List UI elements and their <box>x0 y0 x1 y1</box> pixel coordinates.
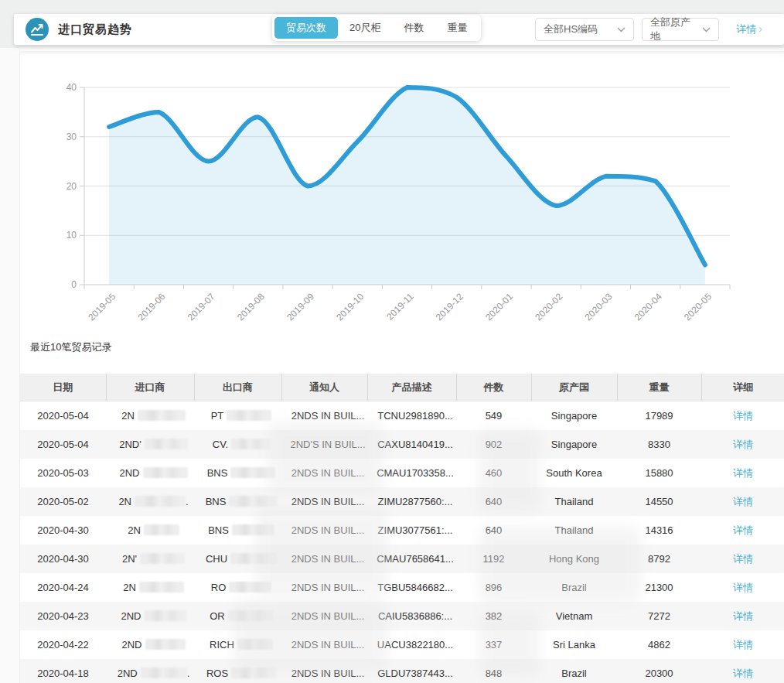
tab-pieces[interactable]: 件数 <box>392 17 435 39</box>
cell-exporter: ROS <box>194 659 281 683</box>
cell-detail: 详情 <box>701 401 784 431</box>
cell-date: 2020-04-18 <box>20 659 106 683</box>
cell-product-description: ZIMU3077561:... <box>367 516 456 545</box>
row-detail-link[interactable]: 详情 <box>733 496 753 507</box>
cell-detail: 详情 <box>701 545 784 573</box>
column-header: 原产国 <box>531 374 617 401</box>
cell-importer: 2ND <box>106 602 194 630</box>
table-row: 2020-04-302NBNS2NDS IN BUIL...ZIMU307756… <box>20 516 784 545</box>
cell-weight: 14550 <box>617 487 701 516</box>
cell-origin-country: Hong Kong <box>531 545 617 573</box>
censored-text <box>228 610 273 621</box>
row-detail-link[interactable]: 详情 <box>733 553 753 565</box>
cell-weight: 7272 <box>617 602 701 630</box>
cell-importer: 2N' <box>106 545 194 573</box>
cell-importer: 2N. <box>106 487 194 516</box>
table-header-row: 日期进口商出口商通知人产品描述件数原产国重量详细 <box>20 374 784 401</box>
row-detail-link[interactable]: 详情 <box>733 582 753 593</box>
cell-date: 2020-04-24 <box>20 573 106 602</box>
table-row: 2020-04-302N'CHU2NDS IN BUIL...CMAU76586… <box>20 545 784 573</box>
cell-importer: 2ND' <box>106 430 194 459</box>
censored-text <box>145 439 188 449</box>
censored-text <box>232 524 274 535</box>
row-detail-link[interactable]: 详情 <box>733 467 753 479</box>
cell-pieces: 549 <box>456 401 531 431</box>
cell-date: 2020-05-04 <box>20 430 106 459</box>
censored-text <box>138 410 186 421</box>
cell-origin-country: South Korea <box>531 459 617 487</box>
cell-importer: 2ND <box>106 459 194 487</box>
cell-pieces: 848 <box>456 659 531 683</box>
trend-area-chart[interactable]: 0102030402019-052019-062019-072019-08201… <box>20 51 784 330</box>
chevron-down-icon <box>696 27 711 32</box>
cell-origin-country: Thailand <box>531 516 617 545</box>
cell-date: 2020-04-23 <box>20 602 106 630</box>
cell-notify-party: 2NDS IN BUIL... <box>281 602 367 630</box>
y-axis-label: 20 <box>66 181 77 192</box>
cell-detail: 详情 <box>701 516 784 545</box>
cell-origin-country: Singapore <box>531 430 617 459</box>
cell-date: 2020-05-03 <box>20 459 106 487</box>
column-header: 件数 <box>456 374 531 401</box>
cell-origin-country: Brazil <box>531 573 617 602</box>
title-block: 进口贸易趋势 <box>26 18 132 41</box>
censored-text <box>227 410 271 421</box>
censored-text <box>231 668 276 678</box>
cell-exporter: OR <box>194 602 281 630</box>
cell-notify-party: 2NDS IN BUIL... <box>281 573 367 602</box>
cell-importer: 2N <box>106 516 194 545</box>
cell-detail: 详情 <box>701 573 784 602</box>
trade-records-table: 日期进口商出口商通知人产品描述件数原产国重量详细 2020-05-042NPT2… <box>20 374 784 683</box>
cell-exporter: BNS <box>194 516 281 545</box>
x-axis-label: 2019-09 <box>285 291 316 323</box>
cell-pieces: 902 <box>456 430 531 459</box>
x-axis-label: 2020-05 <box>682 291 714 323</box>
table-row: 2020-05-042ND'CV.2ND'S IN BUIL...CAXU814… <box>20 430 784 459</box>
cell-pieces: 337 <box>456 630 531 659</box>
cell-detail: 详情 <box>701 602 784 630</box>
tab-trade-count[interactable]: 贸易次数 <box>274 17 338 39</box>
recent-trades-title: 最近10笔贸易记录 <box>30 340 784 356</box>
cell-product-description: ZIMU2877560:... <box>367 487 456 516</box>
origin-select[interactable]: 全部原产地 <box>642 18 719 41</box>
censored-text <box>143 467 188 478</box>
row-detail-link[interactable]: 详情 <box>733 639 753 651</box>
cell-origin-country: Singapore <box>531 401 617 431</box>
censored-text <box>145 610 186 621</box>
cell-date: 2020-05-02 <box>20 487 106 516</box>
hs-code-select-value: 全部HS编码 <box>544 22 598 36</box>
tab-weight[interactable]: 重量 <box>435 17 479 39</box>
row-detail-link[interactable]: 详情 <box>733 610 753 622</box>
x-axis-label: 2020-01 <box>483 291 515 323</box>
cell-exporter: CHU <box>194 545 281 573</box>
cell-origin-country: Sri Lanka <box>531 630 617 659</box>
cell-origin-country: Brazil <box>531 659 617 683</box>
table-row: 2020-05-032NDBNS2NDS IN BUIL...CMAU17033… <box>20 459 784 487</box>
hs-code-select[interactable]: 全部HS编码 <box>535 18 634 41</box>
metric-tab-group: 贸易次数 20尺柜 件数 重量 <box>272 15 481 41</box>
cell-importer: 2ND <box>106 630 194 659</box>
origin-select-value: 全部原产地 <box>650 15 696 43</box>
cell-detail: 详情 <box>701 487 784 516</box>
censored-text <box>139 582 184 593</box>
row-detail-link[interactable]: 详情 <box>733 410 753 422</box>
row-detail-link[interactable]: 详情 <box>733 668 753 679</box>
cell-exporter: RICH <box>194 630 281 659</box>
row-detail-link[interactable]: 详情 <box>733 524 753 536</box>
y-axis-label: 40 <box>66 82 77 93</box>
page-title: 进口贸易趋势 <box>58 22 132 37</box>
tab-20ft-container[interactable]: 20尺柜 <box>338 17 392 39</box>
censored-text <box>141 668 187 678</box>
row-detail-link[interactable]: 详情 <box>733 439 753 450</box>
table-row: 2020-04-242NRO2NDS IN BUIL...TGBU5846682… <box>20 573 784 602</box>
cell-pieces: 896 <box>456 573 531 602</box>
cell-importer: 2N <box>106 401 194 431</box>
table-row: 2020-04-232NDOR2NDS IN BUIL...CAIU583688… <box>20 602 784 630</box>
cell-pieces: 460 <box>456 459 531 487</box>
cell-product-description: CAIU5836886:... <box>367 602 456 630</box>
content-panel: 0102030402019-052019-062019-072019-08201… <box>19 51 784 683</box>
x-axis-label: 2019-12 <box>434 291 465 323</box>
cell-product-description: CMAU1703358... <box>367 459 456 487</box>
cell-exporter: CV. <box>194 430 281 459</box>
header-detail-link[interactable]: 详情› <box>736 22 762 36</box>
